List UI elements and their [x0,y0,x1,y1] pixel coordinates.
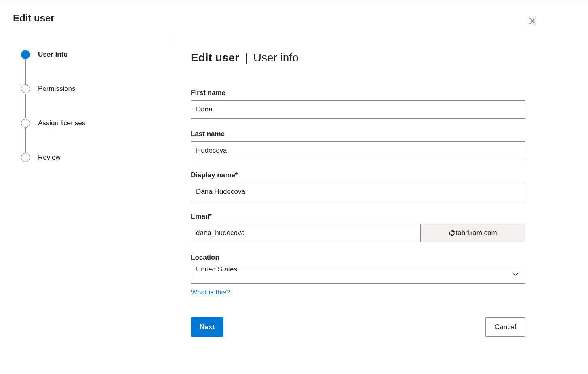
what-is-this-link[interactable]: What is this? [191,288,230,296]
input-email-local[interactable] [191,224,420,242]
action-bar: Next Cancel [191,317,525,337]
next-button[interactable]: Next [191,317,223,337]
label-first-name: First name [191,89,525,97]
close-button[interactable] [528,17,537,26]
field-last-name: Last name [191,130,525,160]
label-display-name: Display name* [191,171,525,179]
select-location[interactable]: United States [191,265,525,284]
page-title-separator: | [242,51,251,64]
step-review[interactable]: Review [21,153,173,162]
field-email: Email* @fabrikam.com [191,212,525,242]
cancel-button[interactable]: Cancel [485,317,525,337]
step-circle-icon [21,153,30,162]
input-last-name[interactable] [191,141,525,160]
step-permissions[interactable]: Permissions [21,84,173,94]
email-domain-suffix: @fabrikam.com [420,224,525,242]
step-connector [25,94,26,118]
field-display-name: Display name* [191,171,525,201]
panel-title: Edit user [13,13,55,24]
page-title: Edit user | User info [191,51,525,65]
page-title-sub: User info [253,51,299,64]
step-assign-licenses[interactable]: Assign licenses [21,118,173,128]
step-label: Permissions [38,85,76,93]
field-first-name: First name [191,89,525,119]
step-user-info[interactable]: User info [21,50,173,59]
wizard-stepper: User info Permissions Assign licenses Re… [0,41,173,374]
close-icon [529,18,536,25]
main-content: Edit user | User info First name Last na… [173,41,588,374]
label-email: Email* [191,212,525,221]
input-display-name[interactable] [191,183,525,201]
step-connector [25,59,26,84]
step-circle-icon [21,50,30,59]
step-connector [25,128,26,153]
step-circle-icon [21,84,30,93]
label-location: Location [191,254,525,262]
label-last-name: Last name [191,130,525,138]
step-label: Assign licenses [38,119,85,127]
step-circle-icon [21,119,30,128]
step-label: User info [38,50,68,59]
field-location: Location United States What is this? [191,254,525,296]
page-title-strong: Edit user [191,51,239,64]
step-label: Review [38,153,61,162]
input-first-name[interactable] [191,100,525,119]
